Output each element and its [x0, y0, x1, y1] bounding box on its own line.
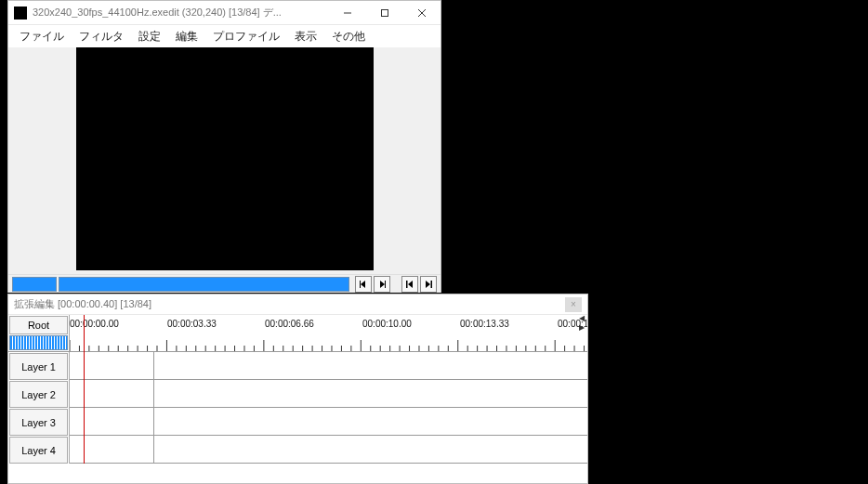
- video-canvas[interactable]: [76, 47, 374, 270]
- close-button[interactable]: [403, 1, 441, 25]
- time-label: 00:00:00.00: [70, 319, 119, 329]
- menu-profile[interactable]: プロファイル: [205, 26, 287, 47]
- main-window: 320x240_30fps_44100Hz.exedit (320,240) […: [7, 0, 441, 293]
- svg-rect-5: [360, 281, 361, 288]
- timeline-titlebar[interactable]: 拡張編集 [00:00:00.40] [13/84] ×: [8, 294, 587, 315]
- menu-settings[interactable]: 設定: [131, 26, 168, 47]
- svg-rect-1: [382, 9, 388, 16]
- timeline-close-button[interactable]: ×: [565, 297, 582, 312]
- root-button[interactable]: Root: [9, 316, 68, 334]
- menu-view[interactable]: 表示: [287, 26, 324, 47]
- layer-label[interactable]: Layer 3: [9, 409, 68, 436]
- time-label: 00:00:06.66: [265, 319, 314, 329]
- svg-rect-7: [385, 281, 386, 288]
- playhead[interactable]: [84, 315, 85, 464]
- layers-column: Layer 1Layer 2Layer 3Layer 4: [8, 352, 70, 464]
- track-row[interactable]: [70, 352, 587, 380]
- time-label: 00:00:16: [558, 319, 587, 329]
- svg-rect-11: [431, 281, 433, 288]
- menu-filter[interactable]: フィルタ: [72, 26, 131, 47]
- layer-label[interactable]: Layer 2: [9, 381, 68, 408]
- prev-frame-button[interactable]: [355, 276, 372, 293]
- goto-start-button[interactable]: [401, 276, 418, 293]
- client-area: [8, 47, 441, 274]
- time-label: 00:00:03.33: [167, 319, 217, 329]
- menu-file[interactable]: ファイル: [12, 26, 72, 47]
- track-row[interactable]: [70, 380, 587, 408]
- tracks-area[interactable]: [70, 352, 587, 464]
- time-label: 00:00:10.00: [362, 319, 412, 329]
- track-row[interactable]: [70, 436, 587, 464]
- timeline-zoom-slider[interactable]: [9, 335, 68, 350]
- time-label: 00:00:13.33: [460, 319, 509, 329]
- timeline-header: Root ◀ ▶ 00:00:00.0000:00:03.3300:00:06.…: [8, 315, 587, 352]
- time-ruler[interactable]: ◀ ▶ 00:00:00.0000:00:03.3300:00:06.6600:…: [70, 315, 587, 351]
- menubar: ファイル フィルタ 設定 編集 プロファイル 表示 その他: [8, 25, 441, 47]
- svg-marker-4: [361, 281, 365, 288]
- svg-marker-10: [426, 281, 430, 288]
- goto-end-button[interactable]: [420, 276, 437, 293]
- svg-marker-6: [380, 281, 385, 288]
- timeline-body: Layer 1Layer 2Layer 3Layer 4: [8, 352, 587, 464]
- menu-other[interactable]: その他: [324, 26, 373, 47]
- app-icon: [14, 7, 27, 20]
- titlebar[interactable]: 320x240_30fps_44100Hz.exedit (320,240) […: [8, 1, 441, 25]
- playback-controls: [8, 274, 441, 293]
- menu-edit[interactable]: 編集: [168, 26, 205, 47]
- timeline-window: 拡張編集 [00:00:00.40] [13/84] × Root ◀ ▶ 00…: [7, 294, 588, 484]
- zoom-slider[interactable]: [12, 277, 57, 292]
- marker-line: [153, 352, 154, 464]
- seek-slider[interactable]: [59, 277, 349, 292]
- track-row[interactable]: [70, 408, 587, 436]
- svg-rect-8: [406, 281, 408, 288]
- minimize-button[interactable]: [329, 1, 366, 25]
- layer-label[interactable]: Layer 4: [9, 437, 68, 464]
- layer-label[interactable]: Layer 1: [9, 353, 68, 380]
- timeline-title-text: 拡張編集 [00:00:00.40] [13/84]: [14, 297, 565, 311]
- next-frame-button[interactable]: [374, 276, 390, 293]
- window-title: 320x240_30fps_44100Hz.exedit (320,240) […: [33, 6, 329, 20]
- maximize-button[interactable]: [366, 1, 403, 25]
- svg-marker-9: [408, 281, 413, 288]
